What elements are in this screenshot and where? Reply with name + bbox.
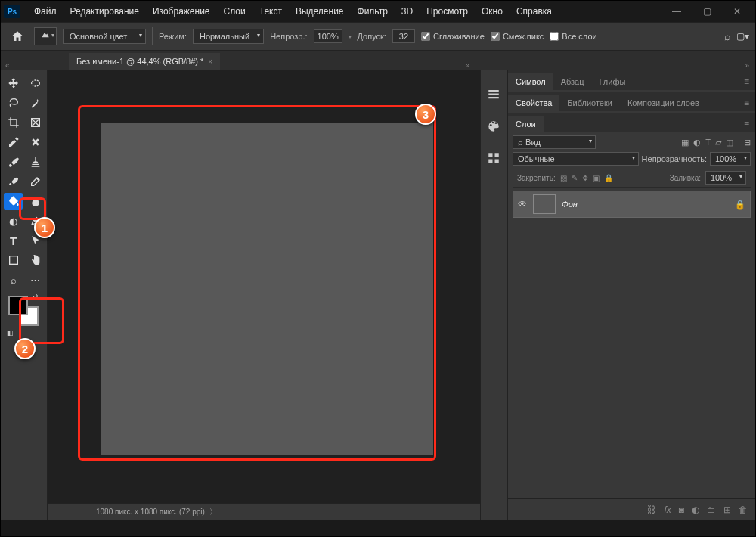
filter-toggle-icon[interactable]: ⊟ xyxy=(744,138,751,147)
app-logo: Ps xyxy=(4,5,20,18)
foreground-color-swatch[interactable] xyxy=(8,296,28,315)
type-tool[interactable]: T xyxy=(4,232,23,249)
add-mask-icon[interactable]: ◙ xyxy=(679,504,684,515)
collapse-minipanel-icon[interactable]: « xyxy=(465,61,469,70)
tab-layer-comps[interactable]: Композиции слоев xyxy=(620,95,707,111)
blend-mode-layer-dropdown[interactable]: Обычные xyxy=(513,152,639,166)
layer-thumbnail[interactable] xyxy=(533,194,556,214)
hand-tool[interactable] xyxy=(26,252,45,268)
tab-libraries[interactable]: Библиотеки xyxy=(559,95,620,111)
lock-pixels-icon[interactable]: ✎ xyxy=(572,174,578,182)
layers-panel-menu-icon[interactable]: ≡ xyxy=(738,116,755,132)
color-panel-icon[interactable] xyxy=(485,117,503,135)
default-colors-icon[interactable]: ◧ xyxy=(7,329,14,337)
window-close-button[interactable]: ✕ xyxy=(722,2,752,20)
eyedropper-tool[interactable] xyxy=(4,134,23,151)
blend-mode-dropdown[interactable]: Нормальный xyxy=(193,29,264,44)
layer-fill-input[interactable]: 100% xyxy=(705,171,746,185)
lock-all-icon[interactable]: 🔒 xyxy=(604,174,613,182)
shape-tool[interactable] xyxy=(4,252,23,268)
lock-artboard-icon[interactable]: ▣ xyxy=(593,174,600,182)
magic-wand-tool[interactable] xyxy=(26,95,45,111)
contiguous-checkbox[interactable]: Смеж.пикс xyxy=(491,32,544,41)
paint-bucket-tool[interactable] xyxy=(4,193,23,210)
stamp-tool[interactable] xyxy=(26,154,45,170)
eraser-tool[interactable] xyxy=(26,173,45,190)
menu-image[interactable]: Изображение xyxy=(147,3,216,20)
close-tab-icon[interactable]: × xyxy=(208,57,212,66)
edit-toolbar-button[interactable]: ⋯ xyxy=(26,272,45,288)
search-icon[interactable]: ⌕ xyxy=(724,30,730,42)
brush-tool[interactable] xyxy=(4,154,23,170)
filter-pixel-icon[interactable]: ▦ xyxy=(681,138,689,147)
filter-smart-icon[interactable]: ◫ xyxy=(726,138,733,147)
tolerance-input[interactable] xyxy=(392,29,415,43)
tab-properties[interactable]: Свойства xyxy=(508,95,559,111)
panel-menu-icon-2[interactable]: ≡ xyxy=(738,95,755,111)
menu-filter[interactable]: Фильтр xyxy=(352,3,394,20)
color-swatches[interactable]: ⇄ ◧ xyxy=(4,293,45,337)
menu-window[interactable]: Окно xyxy=(476,3,509,20)
layer-opacity-input[interactable]: 100% xyxy=(710,152,751,166)
svg-rect-7 xyxy=(495,153,499,157)
menu-layers[interactable]: Слои xyxy=(218,3,252,20)
lasso-tool[interactable] xyxy=(4,95,23,111)
menu-edit[interactable]: Редактирование xyxy=(64,3,145,20)
layer-fx-icon[interactable]: fx xyxy=(664,504,671,515)
svg-rect-6 xyxy=(488,153,492,157)
lock-transparent-icon[interactable]: ▨ xyxy=(560,174,567,182)
layer-filter-dropdown[interactable]: ⌕ Вид xyxy=(513,135,596,149)
tab-layers[interactable]: Слои xyxy=(508,116,544,132)
panel-menu-icon[interactable]: ≡ xyxy=(738,73,755,90)
new-group-icon[interactable]: 🗀 xyxy=(707,504,716,515)
dodge-tool[interactable]: ◐ xyxy=(4,213,23,229)
menu-3d[interactable]: 3D xyxy=(395,3,419,20)
workspace-switcher[interactable]: ▢▾ xyxy=(736,31,749,42)
filter-shape-icon[interactable]: ▱ xyxy=(715,138,721,147)
delete-layer-icon[interactable]: 🗑 xyxy=(739,504,748,515)
menu-help[interactable]: Справка xyxy=(510,3,558,20)
visibility-icon[interactable]: 👁 xyxy=(518,199,527,210)
filter-type-icon[interactable]: T xyxy=(705,138,711,147)
marquee-tool[interactable] xyxy=(26,75,45,92)
home-button[interactable] xyxy=(7,26,28,47)
antialias-checkbox[interactable]: Сглаживание xyxy=(421,32,485,41)
menu-file[interactable]: Файл xyxy=(28,3,63,20)
tool-preset-picker[interactable] xyxy=(34,27,57,45)
blur-tool[interactable] xyxy=(26,193,45,210)
link-layers-icon[interactable]: ⛓ xyxy=(647,504,656,515)
menu-text[interactable]: Текст xyxy=(253,3,288,20)
svg-point-0 xyxy=(31,80,39,86)
crop-tool[interactable] xyxy=(4,114,23,131)
collapse-toolbar-icon[interactable]: « xyxy=(5,61,10,70)
move-tool[interactable] xyxy=(4,75,23,92)
document-tab[interactable]: Без имени-1 @ 44,4% (RGB/8#) * × xyxy=(69,53,220,70)
tab-symbol[interactable]: Символ xyxy=(508,73,553,90)
swap-colors-icon[interactable]: ⇄ xyxy=(33,293,39,300)
swatches-panel-icon[interactable] xyxy=(485,149,503,167)
menu-select[interactable]: Выделение xyxy=(290,3,350,20)
window-minimize-button[interactable]: — xyxy=(662,2,692,20)
lock-indicator-icon[interactable]: 🔒 xyxy=(735,200,745,210)
zoom-tool[interactable]: ⌕ xyxy=(4,272,23,288)
layer-name[interactable]: Фон xyxy=(562,200,578,209)
menu-view[interactable]: Просмотр xyxy=(420,3,474,20)
adjustment-layer-icon[interactable]: ◐ xyxy=(692,504,699,515)
tab-paragraph[interactable]: Абзац xyxy=(553,73,592,90)
filter-adjust-icon[interactable]: ◐ xyxy=(693,138,701,147)
window-maximize-button[interactable]: ▢ xyxy=(692,2,722,20)
history-panel-icon[interactable] xyxy=(485,85,503,104)
tab-glyphs[interactable]: Глифы xyxy=(592,73,634,90)
healing-tool[interactable] xyxy=(26,134,45,151)
history-brush-tool[interactable] xyxy=(4,173,23,190)
opacity-input[interactable] xyxy=(314,29,342,43)
new-layer-icon[interactable]: ⊞ xyxy=(723,504,731,515)
layer-row-background[interactable]: 👁 Фон 🔒 xyxy=(513,191,751,218)
lock-position-icon[interactable]: ✥ xyxy=(582,174,588,182)
frame-tool[interactable] xyxy=(26,114,45,131)
status-info-dropdown[interactable]: 〉 xyxy=(209,507,217,517)
collapse-panels-icon[interactable]: » xyxy=(745,61,749,70)
canvas-artboard[interactable] xyxy=(101,123,433,455)
fill-source-dropdown[interactable]: Основной цвет xyxy=(63,29,146,44)
all-layers-checkbox[interactable]: Все слои xyxy=(550,32,596,41)
